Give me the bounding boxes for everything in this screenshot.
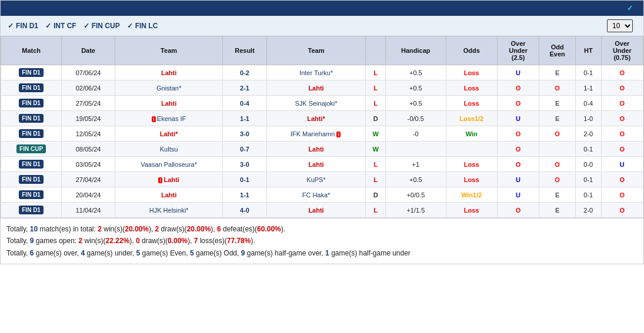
filter-find1[interactable]: ✓ FIN D1 bbox=[8, 22, 38, 30]
cell-outcome: D bbox=[366, 187, 386, 203]
cell-outcome: L bbox=[366, 65, 386, 80]
cell-oe: O bbox=[539, 126, 576, 142]
col-ou25: OverUnder(2.5) bbox=[497, 36, 539, 65]
cell-outcome: L bbox=[366, 96, 386, 111]
cell-odds: Loss bbox=[446, 172, 497, 187]
filter-intcf[interactable]: ✓ INT CF bbox=[45, 22, 76, 30]
cell-outcome: L bbox=[366, 203, 386, 218]
stat-line-2: Totally, 9 games open: 2 win(s)(22.22%),… bbox=[6, 235, 638, 247]
main-container: ✓ ✓ FIN D1 ✓ INT CF ✓ FIN CUP ✓ FIN LC 1… bbox=[0, 0, 644, 264]
stat-line-1: Totally, 10 match(es) in total: 2 win(s)… bbox=[6, 223, 638, 235]
cell-match: FIN D1 bbox=[1, 187, 62, 203]
cell-ou25: O bbox=[497, 157, 539, 172]
table-row: FIN D103/05/24Vaasan Palloseura*3-0Lahti… bbox=[1, 157, 643, 172]
cell-ht: 2-0 bbox=[576, 203, 602, 218]
cell-match: FIN CUP bbox=[1, 142, 62, 157]
cell-ou075: O bbox=[601, 187, 643, 203]
cell-result: 2-1 bbox=[223, 80, 267, 96]
cell-odds: Loss bbox=[446, 157, 497, 172]
table-row: FIN D127/04/24!Lahti0-1KuPS*L+0.5LossUO0… bbox=[1, 172, 643, 187]
cell-ou25: U bbox=[497, 65, 539, 80]
col-date: Date bbox=[62, 36, 115, 65]
cell-outcome: L bbox=[366, 172, 386, 187]
cell-ou075: O bbox=[601, 65, 643, 80]
cell-ou25: U bbox=[497, 172, 539, 187]
cell-match: FIN D1 bbox=[1, 126, 62, 142]
cell-odds: Loss bbox=[446, 203, 497, 218]
col-team1: Team bbox=[115, 36, 222, 65]
cell-date: 08/05/24 bbox=[62, 142, 115, 157]
col-team2: Team bbox=[266, 36, 365, 65]
cell-ht: 1-0 bbox=[576, 111, 602, 126]
cell-team2: FC Haka* bbox=[266, 187, 365, 203]
cell-ou075: O bbox=[601, 172, 643, 187]
cell-match: FIN D1 bbox=[1, 65, 62, 80]
cell-oe: E bbox=[539, 203, 576, 218]
table-row: FIN D102/06/24Gnistan*2-1LahtiL+0.5LossO… bbox=[1, 80, 643, 96]
cell-handicap: +0.5 bbox=[386, 96, 446, 111]
cell-handicap: -0 bbox=[386, 126, 446, 142]
col-odds: Odds bbox=[446, 36, 497, 65]
scores-table: Match Date Team Result Team Handicap Odd… bbox=[1, 36, 643, 218]
cell-ou25: O bbox=[497, 126, 539, 142]
cell-team2: Lahti* bbox=[266, 111, 365, 126]
filter-fincup[interactable]: ✓ FIN CUP bbox=[84, 22, 120, 30]
cell-date: 27/04/24 bbox=[62, 172, 115, 187]
cell-result: 0-4 bbox=[223, 96, 267, 111]
cell-match: FIN D1 bbox=[1, 157, 62, 172]
cell-oe: E bbox=[539, 111, 576, 126]
cell-team2: Lahti bbox=[266, 203, 365, 218]
header-right: ✓ bbox=[627, 4, 636, 12]
filter-finlc[interactable]: ✓ FIN LC bbox=[127, 22, 158, 30]
cell-team2: Lahti bbox=[266, 157, 365, 172]
filter-bar: ✓ FIN D1 ✓ INT CF ✓ FIN CUP ✓ FIN LC 10 … bbox=[1, 16, 643, 36]
cell-odds: Win bbox=[446, 126, 497, 142]
cell-team2: IFK Mariehamn ! bbox=[266, 126, 365, 142]
cell-ht: 1-1 bbox=[576, 80, 602, 96]
cell-oe: E bbox=[539, 96, 576, 111]
cell-outcome: W bbox=[366, 126, 386, 142]
cell-oe bbox=[539, 142, 576, 157]
cell-result: 1-1 bbox=[223, 111, 267, 126]
games-count-select[interactable]: 10 20 30 bbox=[607, 19, 633, 32]
col-ou075: OverUnder(0.75) bbox=[601, 36, 643, 65]
cell-ht: 0-1 bbox=[576, 65, 602, 80]
cell-ou25: U bbox=[497, 187, 539, 203]
cell-ou075: U bbox=[601, 157, 643, 172]
cell-outcome: L bbox=[366, 157, 386, 172]
cell-ou075: O bbox=[601, 111, 643, 126]
col-result: Result bbox=[223, 36, 267, 65]
cell-team1: HJK Helsinki* bbox=[115, 203, 222, 218]
cell-handicap: +0.5 bbox=[386, 80, 446, 96]
cell-oe: E bbox=[539, 65, 576, 80]
cell-result: 4-0 bbox=[223, 203, 267, 218]
cell-handicap bbox=[386, 142, 446, 157]
last-games-selector: 10 20 30 bbox=[603, 19, 636, 32]
cell-oe: O bbox=[539, 157, 576, 172]
cell-ht: 0-0 bbox=[576, 157, 602, 172]
cell-outcome: L bbox=[366, 80, 386, 96]
cell-ou075: O bbox=[601, 203, 643, 218]
cell-odds: Loss bbox=[446, 80, 497, 96]
cell-ou25: U bbox=[497, 111, 539, 126]
cell-handicap: +0.5 bbox=[386, 65, 446, 80]
cell-match: FIN D1 bbox=[1, 111, 62, 126]
cell-oe: E bbox=[539, 187, 576, 203]
cell-date: 19/05/24 bbox=[62, 111, 115, 126]
cell-ou075: O bbox=[601, 80, 643, 96]
cell-date: 27/05/24 bbox=[62, 96, 115, 111]
cell-ht: 0-4 bbox=[576, 96, 602, 111]
footer-stats: Totally, 10 match(es) in total: 2 win(s)… bbox=[1, 218, 643, 264]
cell-odds bbox=[446, 142, 497, 157]
cell-date: 20/04/24 bbox=[62, 187, 115, 203]
cell-handicap: +1/1.5 bbox=[386, 203, 446, 218]
cell-odds: Win1/2 bbox=[446, 187, 497, 203]
cell-ht: 2-0 bbox=[576, 126, 602, 142]
display-notes-check: ✓ bbox=[627, 4, 633, 12]
cell-ou25: O bbox=[497, 96, 539, 111]
cell-match: FIN D1 bbox=[1, 80, 62, 96]
cell-ou075: O bbox=[601, 96, 643, 111]
cell-ou25: O bbox=[497, 203, 539, 218]
header: ✓ bbox=[1, 1, 643, 16]
table-row: FIN D111/04/24HJK Helsinki*4-0LahtiL+1/1… bbox=[1, 203, 643, 218]
